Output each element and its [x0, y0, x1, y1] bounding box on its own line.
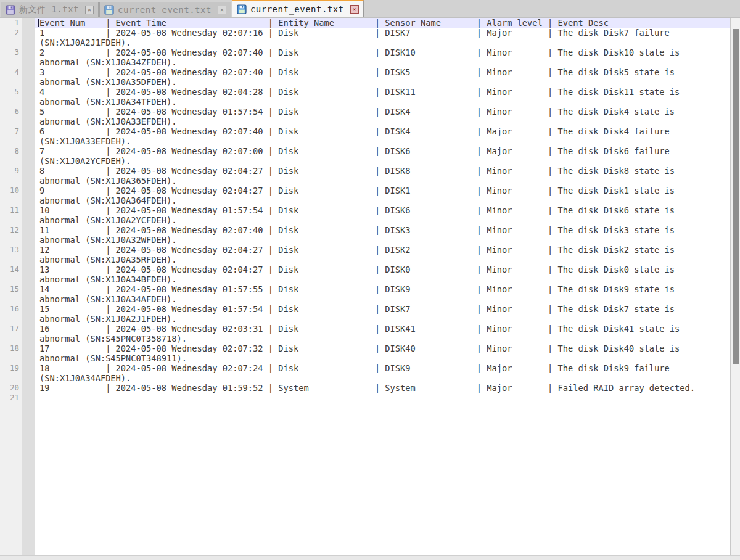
save-icon [237, 4, 247, 14]
line-text: 11 | 2024-05-08 Wednesday 02:07:40 | Dis… [35, 225, 730, 235]
bookmark-margin-cell [22, 156, 35, 166]
text-line: abnormal (SN:X1J0A34AFDEH). [0, 294, 730, 304]
text-line: 43 | 2024-05-08 Wednesday 02:07:40 | Dis… [0, 67, 730, 77]
text-line: 1817 | 2024-05-08 Wednesday 02:07:32 | D… [0, 344, 730, 353]
bookmark-margin-cell [22, 77, 35, 87]
tab-current-event-1[interactable]: current_event.txt [99, 2, 231, 17]
text-line: 54 | 2024-05-08 Wednesday 02:04:28 | Dis… [0, 87, 730, 97]
text-line: 1110 | 2024-05-08 Wednesday 01:57:54 | D… [0, 205, 730, 215]
line-number [0, 176, 22, 186]
line-number [0, 255, 22, 265]
tab-new-file-1[interactable]: 新文件 1.txt [1, 2, 99, 17]
text-line: abnormal (SN:X1J0A34BFDEH). [0, 274, 730, 284]
text-line: abnormal (SN:X1J0A365FDEH). [0, 176, 730, 186]
line-text: 1 | 2024-05-08 Wednesday 02:07:16 | Disk… [35, 28, 730, 38]
line-number: 1 [0, 18, 22, 28]
bookmark-margin-cell [22, 324, 35, 334]
line-text: 16 | 2024-05-08 Wednesday 02:03:31 | Dis… [35, 324, 730, 334]
close-icon[interactable] [350, 5, 359, 14]
line-text: 19 | 2024-05-08 Wednesday 01:59:52 | Sys… [35, 383, 730, 393]
text-line: 65 | 2024-05-08 Wednesday 01:57:54 | Dis… [0, 107, 730, 117]
bookmark-margin-cell [22, 344, 35, 353]
line-text: 18 | 2024-05-08 Wednesday 02:07:24 | Dis… [35, 363, 730, 373]
line-text: 4 | 2024-05-08 Wednesday 02:04:28 | Disk… [35, 87, 730, 97]
bookmark-margin-cell [22, 47, 35, 57]
text-line: abnormal (SN:X1J0A364FDEH). [0, 196, 730, 205]
line-text: abnormal (SN:X1J0A365FDEH). [35, 176, 730, 186]
bookmark-margin-cell [22, 215, 35, 225]
bookmark-margin-cell [22, 186, 35, 196]
line-number [0, 77, 22, 87]
line-number: 10 [0, 186, 22, 196]
line-text: 13 | 2024-05-08 Wednesday 02:04:27 | Dis… [35, 265, 730, 274]
text-line: (SN:X1J0A33EFDEH). [0, 136, 730, 146]
bookmark-margin-cell [22, 117, 35, 126]
line-number: 8 [0, 146, 22, 156]
bookmark-margin-cell [22, 304, 35, 314]
line-text: 10 | 2024-05-08 Wednesday 01:57:54 | Dis… [35, 205, 730, 215]
horizontal-scrollbar-track[interactable] [0, 555, 740, 560]
bookmark-margin-cell [22, 334, 35, 344]
line-text: abnormal (SN:S45PNC0T348911). [35, 353, 730, 363]
text-line: 21 | 2024-05-08 Wednesday 02:07:16 | Dis… [0, 28, 730, 38]
line-text: 6 | 2024-05-08 Wednesday 02:07:40 | Disk… [35, 126, 730, 136]
text-line: abnormal (SN:X1J0A2YCFDEH). [0, 215, 730, 225]
line-text: 14 | 2024-05-08 Wednesday 01:57:55 | Dis… [35, 284, 730, 294]
bookmark-margin-cell [22, 205, 35, 215]
line-number: 6 [0, 107, 22, 117]
text-line: abnormal (SN:X1J0A35RFDEH). [0, 255, 730, 265]
bookmark-margin-cell [22, 28, 35, 38]
line-text: 3 | 2024-05-08 Wednesday 02:07:40 | Disk… [35, 67, 730, 77]
line-number [0, 215, 22, 225]
tab-label: current_event.txt [250, 4, 344, 14]
line-text: Event Num | Event Time | Entity Name | S… [35, 18, 730, 28]
text-line: 76 | 2024-05-08 Wednesday 02:07:40 | Dis… [0, 126, 730, 136]
close-icon[interactable] [85, 6, 94, 14]
line-number [0, 373, 22, 383]
line-number [0, 235, 22, 245]
save-icon [6, 5, 15, 15]
vertical-scrollbar[interactable] [730, 18, 740, 555]
text-line: 1918 | 2024-05-08 Wednesday 02:07:24 | D… [0, 363, 730, 373]
line-number [0, 156, 22, 166]
bookmark-margin-cell [22, 225, 35, 235]
line-text: (SN:X1J0A33EFDEH). [35, 136, 730, 146]
text-caret [38, 19, 39, 27]
line-number: 11 [0, 205, 22, 215]
text-line: (SN:X1J0A2J1FDEH). [0, 38, 730, 47]
line-number: 12 [0, 225, 22, 235]
text-line: 1716 | 2024-05-08 Wednesday 02:03:31 | D… [0, 324, 730, 334]
line-text: abnormal (SN:X1J0A34TFDEH). [35, 97, 730, 107]
bookmark-margin-cell [22, 196, 35, 205]
bookmark-margin-cell [22, 18, 35, 28]
tab-label: 新文件 1.txt [19, 4, 79, 15]
bookmark-margin-cell [22, 97, 35, 107]
text-line: 1514 | 2024-05-08 Wednesday 01:57:55 | D… [0, 284, 730, 294]
text-area[interactable]: 1Event Num | Event Time | Entity Name | … [0, 18, 730, 403]
text-line: 2019 | 2024-05-08 Wednesday 01:59:52 | S… [0, 383, 730, 393]
text-line: 1615 | 2024-05-08 Wednesday 01:57:54 | D… [0, 304, 730, 314]
bookmark-margin-cell [22, 383, 35, 393]
text-line: 21 [0, 393, 730, 403]
bookmark-margin-cell [22, 373, 35, 383]
scrollbar-thumb[interactable] [733, 29, 739, 364]
line-text: 7 | 2024-05-08 Wednesday 02:07:00 | Disk… [35, 146, 730, 156]
bookmark-margin-cell [22, 57, 35, 67]
line-text: abnormal (SN:X1J0A364FDEH). [35, 196, 730, 205]
bookmark-margin-cell [22, 166, 35, 176]
line-number [0, 334, 22, 344]
line-number: 3 [0, 47, 22, 57]
close-icon[interactable] [218, 6, 226, 14]
bookmark-margin-cell [22, 265, 35, 274]
text-line: 98 | 2024-05-08 Wednesday 02:04:27 | Dis… [0, 166, 730, 176]
text-line: abnormal (SN:X1J0A32WFDEH). [0, 235, 730, 245]
line-number [0, 136, 22, 146]
bookmark-margin-cell [22, 136, 35, 146]
text-line: 109 | 2024-05-08 Wednesday 02:04:27 | Di… [0, 186, 730, 196]
text-line: abnormal (SN:X1J0A35DFDEH). [0, 77, 730, 87]
bookmark-margin-cell [22, 393, 35, 403]
line-text: abnormal (SN:X1J0A34BFDEH). [35, 274, 730, 284]
line-number [0, 117, 22, 126]
tab-current-event-2-active[interactable]: current_event.txt [232, 0, 364, 17]
bookmark-margin-cell [22, 107, 35, 117]
